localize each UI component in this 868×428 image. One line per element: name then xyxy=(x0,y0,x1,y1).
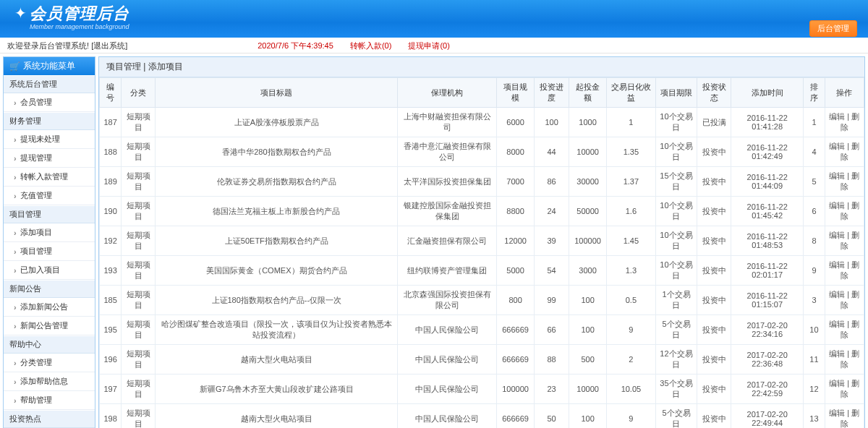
table-cell: 12 xyxy=(804,374,825,404)
table-row: 198短期项目越南大型火电站项目中国人民保险公司6666695010095个交易… xyxy=(100,404,864,429)
table-cell: 666669 xyxy=(497,315,535,345)
table-cell: 39 xyxy=(534,226,569,256)
menu-item[interactable]: 转帐入款管理 xyxy=(4,168,95,187)
table-header: 项目标题 xyxy=(156,78,398,108)
table-cell: 1个交易日 xyxy=(655,286,697,315)
table-row: 196短期项目越南大型火电站项目中国人民保险公司66666988500212个交… xyxy=(100,345,864,374)
table-cell: 1.3 xyxy=(606,256,655,286)
table-cell: 中国人民保险公司 xyxy=(398,345,497,374)
menu-item[interactable]: 项目管理 xyxy=(4,242,95,261)
table-cell: 10000 xyxy=(569,137,607,167)
logout-link[interactable]: [退出系统] xyxy=(91,41,127,50)
table-cell: 2016-11-22 01:48:53 xyxy=(731,226,804,256)
menu-item[interactable]: 提现未处理 xyxy=(4,130,95,149)
table-header: 项目规模 xyxy=(497,78,535,108)
crumb-add-project[interactable]: 添加项目 xyxy=(148,61,183,72)
table-cell: 8 xyxy=(804,226,825,256)
edit-link[interactable]: 编辑 xyxy=(829,171,845,180)
edit-link[interactable]: 编辑 xyxy=(829,290,845,299)
table-cell: 11 xyxy=(804,345,825,374)
table-cell: 187 xyxy=(100,108,122,137)
table-cell: 美国国际黄金（COMEX）期货合约产品 xyxy=(156,256,398,286)
table-cell: 8800 xyxy=(497,197,535,226)
table-cell: 2016-11-22 01:42:49 xyxy=(731,137,804,167)
table-cell: 2016-11-22 01:15:07 xyxy=(731,286,804,315)
table-cell: 中国人民保险公司 xyxy=(398,315,497,345)
withdraw-count[interactable]: 提现申请(0) xyxy=(408,41,449,50)
edit-link[interactable]: 编辑 xyxy=(829,320,845,328)
menu-item[interactable]: 提现管理 xyxy=(4,149,95,168)
table-cell: 2017-02-20 22:49:44 xyxy=(731,404,804,429)
edit-link[interactable]: 编辑 xyxy=(829,231,845,239)
cart-icon: 🛒 xyxy=(9,61,20,72)
menu-item[interactable]: 充值管理 xyxy=(4,187,95,205)
table-cell: 香港中华280指数期权合约产品 xyxy=(156,137,398,167)
edit-link[interactable]: 编辑 xyxy=(829,201,845,210)
table-cell: 德国法兰克福主板上市新股合约产品 xyxy=(156,197,398,226)
menu-item[interactable]: 分类管理 xyxy=(4,354,95,372)
transfer-count[interactable]: 转帐入款(0) xyxy=(350,41,391,50)
edit-link[interactable]: 编辑 xyxy=(829,408,845,417)
table-cell: 10个交易日 xyxy=(655,108,697,137)
table-cell: 5000 xyxy=(497,256,535,286)
table-cell: 上海中财融资担保有限公司 xyxy=(398,108,497,137)
table-cell: 24 xyxy=(534,197,569,226)
table-cell: 哈沙图煤矿整合改造项目（限投一次，该项目仅为让投资者熟悉本站投资流程） xyxy=(156,315,398,345)
table-cell: 800 xyxy=(497,286,535,315)
table-cell: 50000 xyxy=(569,197,607,226)
table-header: 项目期限 xyxy=(655,78,697,108)
table-cell: 投资中 xyxy=(697,374,731,404)
table-cell: 6000 xyxy=(497,108,535,137)
table-header: 操作 xyxy=(825,78,864,108)
menu-item[interactable]: 帮助管理 xyxy=(4,391,95,410)
table-cell: 上证50ETF指数期权合约产品 xyxy=(156,226,398,256)
topbar: 欢迎登录后台管理系统! [退出系统] 2020/7/6 下午4:39:45 转帐… xyxy=(0,38,868,54)
row-actions: 编辑 | 删除 xyxy=(825,286,864,315)
welcome-text: 欢迎登录后台管理系统! xyxy=(7,41,89,50)
table-cell: 13 xyxy=(804,404,825,429)
table-cell: 伦敦证券交易所指数期权合约产品 xyxy=(156,167,398,197)
table-cell: 2016-11-22 02:01:17 xyxy=(731,256,804,286)
table-cell: 投资中 xyxy=(697,226,731,256)
table-cell: 190 xyxy=(100,197,122,226)
table-cell: 23 xyxy=(534,374,569,404)
menu-group: 新闻公告 xyxy=(4,280,95,298)
menu-group: 项目管理 xyxy=(4,205,95,223)
menu-item[interactable]: 添加帮助信息 xyxy=(4,372,95,391)
table-cell: 3 xyxy=(804,286,825,315)
table-cell: 86 xyxy=(534,167,569,197)
table-row: 185短期项目上证180指数期权合约产品--仅限一次北京森强国际投资担保有限公司… xyxy=(100,286,864,315)
table-cell: 10 xyxy=(804,315,825,345)
table-cell: 银建控股国际金融投资担保集团 xyxy=(398,197,497,226)
table-cell: 666669 xyxy=(497,404,535,429)
table-header: 投资状态 xyxy=(697,78,731,108)
menu-item[interactable]: 已加入项目 xyxy=(4,261,95,280)
menu-item[interactable]: 新闻公告管理 xyxy=(4,317,95,335)
crumb-project-manage[interactable]: 项目管理 xyxy=(106,61,141,72)
table-row: 195短期项目哈沙图煤矿整合改造项目（限投一次，该项目仅为让投资者熟悉本站投资流… xyxy=(100,315,864,345)
table-cell: 9 xyxy=(606,315,655,345)
table-cell: 北京森强国际投资担保有限公司 xyxy=(398,286,497,315)
row-actions: 编辑 | 删除 xyxy=(825,256,864,286)
table-cell: 9 xyxy=(606,404,655,429)
table-cell: 5 xyxy=(804,167,825,197)
edit-link[interactable]: 编辑 xyxy=(829,379,845,388)
row-actions: 编辑 | 删除 xyxy=(825,404,864,429)
edit-link[interactable]: 编辑 xyxy=(829,142,845,150)
menu-item[interactable]: 会员管理 xyxy=(4,93,95,112)
table-row: 188短期项目香港中华280指数期权合约产品香港中意汇融资担保有限公司80004… xyxy=(100,137,864,167)
table-header: 保理机构 xyxy=(398,78,497,108)
back-manage-button[interactable]: 后台管理 xyxy=(809,20,857,37)
table-header: 添加时间 xyxy=(731,78,804,108)
table-cell: 投资中 xyxy=(697,404,731,429)
menu-item[interactable]: 添加新闻公告 xyxy=(4,298,95,317)
table-cell: 中国人民保险公司 xyxy=(398,404,497,429)
edit-link[interactable]: 编辑 xyxy=(829,260,845,269)
edit-link[interactable]: 编辑 xyxy=(829,349,845,358)
menu-item[interactable]: 添加项目 xyxy=(4,223,95,242)
star-icon: ✦ xyxy=(14,4,27,22)
table-cell: 10个交易日 xyxy=(655,197,697,226)
logo-title: 会员管理后台 xyxy=(30,3,129,25)
table-cell: 10个交易日 xyxy=(655,137,697,167)
edit-link[interactable]: 编辑 xyxy=(829,112,845,121)
